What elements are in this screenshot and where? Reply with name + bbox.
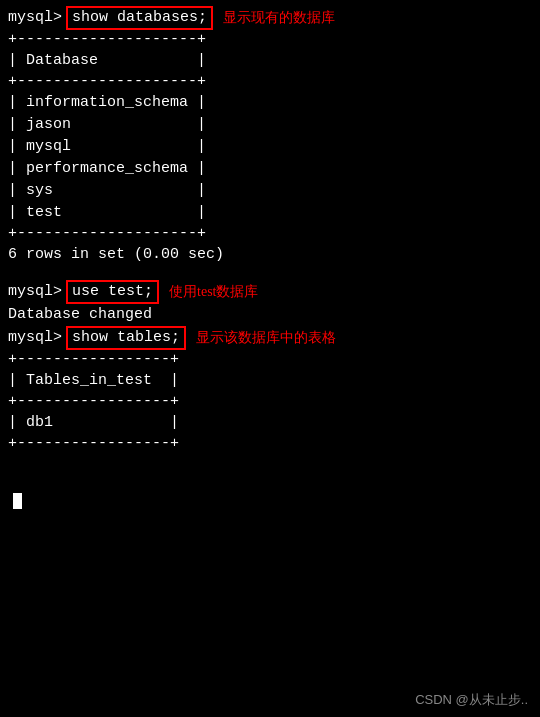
table2-row-1: | db1 |	[8, 412, 532, 434]
table-row-5: | sys |	[8, 180, 532, 202]
table-row-2: | jason |	[8, 114, 532, 136]
table-sep-1: +--------------------+	[8, 72, 532, 92]
prompt-2: mysql>	[8, 281, 62, 303]
prompt-3: mysql>	[8, 327, 62, 349]
table2-header: | Tables_in_test |	[8, 370, 532, 392]
empty-line-2	[8, 476, 532, 490]
table-header-1: | Database |	[8, 50, 532, 72]
table-border-bottom-1: +--------------------+	[8, 224, 532, 244]
watermark: CSDN @从未止步..	[415, 691, 528, 709]
command-box-1: show databases;	[66, 6, 213, 30]
command-line-2: mysql> use test; 使用test数据库	[8, 280, 532, 304]
terminal-window: mysql> show databases; 显示现有的数据库 +-------…	[0, 0, 540, 717]
table-row-3: | mysql |	[8, 136, 532, 158]
table-row-1: | information_schema |	[8, 92, 532, 114]
annotation-3: 显示该数据库中的表格	[196, 327, 336, 349]
command-box-3: show tables;	[66, 326, 186, 350]
annotation-1: 显示现有的数据库	[223, 7, 335, 29]
command-line-3: mysql> show tables; 显示该数据库中的表格	[8, 326, 532, 350]
result-line-1: 6 rows in set (0.00 sec)	[8, 244, 532, 266]
table-border-top-1: +--------------------+	[8, 30, 532, 50]
empty-line-1	[8, 266, 532, 280]
border-chars: +--------------------+	[8, 30, 206, 50]
table-row-6: | test |	[8, 202, 532, 224]
table2-border-top: +-----------------+	[8, 350, 532, 370]
command-line-1: mysql> show databases; 显示现有的数据库	[8, 6, 532, 30]
table-row-4: | performance_schema |	[8, 158, 532, 180]
prompt-1: mysql>	[8, 7, 62, 29]
final-prompt-line	[8, 490, 532, 512]
cursor	[13, 493, 22, 509]
db-changed-line: Database changed	[8, 304, 532, 326]
table2-border-bottom: +-----------------+	[8, 434, 532, 454]
annotation-2: 使用test数据库	[169, 281, 258, 303]
command-box-2: use test;	[66, 280, 159, 304]
result-line-2	[8, 454, 532, 476]
table2-sep: +-----------------+	[8, 392, 532, 412]
